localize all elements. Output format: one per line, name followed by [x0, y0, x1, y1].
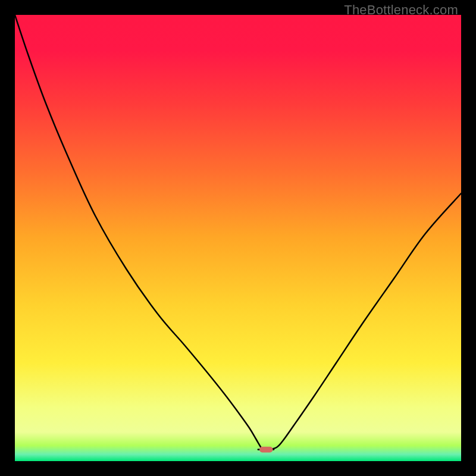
plot-area: [15, 15, 461, 461]
chart-frame: TheBottleneck.com: [0, 0, 476, 476]
gradient-background: [15, 15, 461, 461]
min-marker: [259, 447, 273, 453]
watermark-text: TheBottleneck.com: [344, 2, 458, 18]
chart-svg: [15, 15, 461, 461]
